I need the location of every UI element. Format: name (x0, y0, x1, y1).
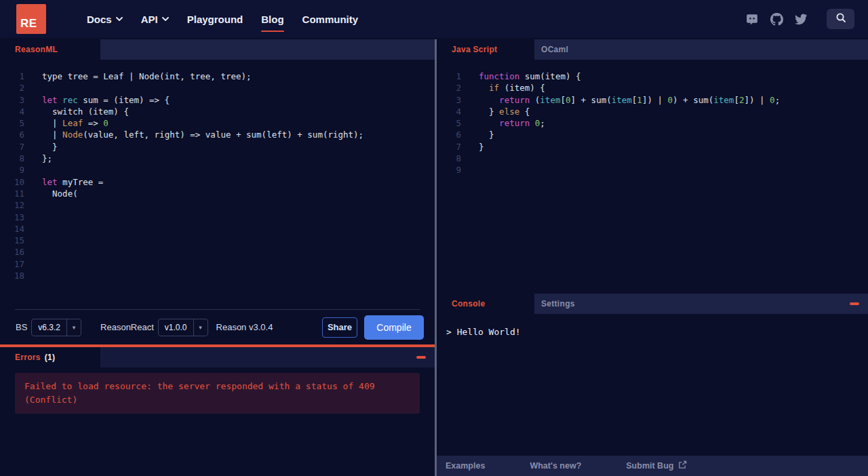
line-number: 6 (437, 129, 461, 140)
nav-links: Docs API Playground Blog Community (87, 9, 358, 29)
nav-link-docs[interactable]: Docs (87, 9, 123, 29)
line-number: 14 (0, 223, 24, 235)
console-output: > Hello World! (437, 314, 868, 456)
line-number: 2 (0, 82, 24, 94)
reasonreact-version-select[interactable]: v1.0.0 ▾ (158, 319, 208, 336)
line-number: 1 (437, 71, 461, 82)
compile-button[interactable]: Compile (364, 315, 424, 340)
code-line: 16 (0, 246, 435, 258)
code-line: 13 (0, 212, 435, 223)
reason-version-text: Reason v3.0.4 (216, 322, 273, 332)
line-number: 16 (0, 246, 24, 258)
discord-icon[interactable] (745, 12, 759, 26)
reasonreact-label: ReasonReact (100, 322, 154, 332)
nav-link-playground[interactable]: Playground (187, 9, 243, 29)
line-number: 3 (0, 94, 24, 106)
line-number: 13 (0, 212, 24, 223)
javascript-output-editor[interactable]: 1function sum(item) {2 if (item) {3 retu… (437, 60, 868, 294)
line-number: 4 (437, 106, 461, 117)
console-tabstrip: Console Settings (437, 294, 868, 314)
output-pane: Java Script OCaml 1function sum(item) {2… (437, 39, 868, 476)
nav-link-blog[interactable]: Blog (261, 9, 283, 29)
tab-javascript[interactable]: Java Script (437, 39, 534, 60)
github-icon[interactable] (770, 12, 783, 26)
errors-count-badge: (1) (45, 353, 56, 362)
select-caret-icon: ▾ (66, 319, 81, 336)
code-line: 12 (0, 199, 435, 211)
line-number: 6 (0, 129, 24, 140)
nav-link-api[interactable]: API (141, 9, 169, 29)
nav-social-icons (745, 9, 854, 29)
code-line: 17 (0, 258, 435, 270)
line-number: 8 (437, 153, 461, 164)
reason-pane: ReasonML 1type tree = Leaf | Node(int, t… (0, 39, 435, 476)
errors-tabstrip: Errors (1) (0, 347, 435, 368)
code-line: 4 } else { (437, 106, 868, 117)
line-number: 8 (0, 153, 24, 164)
nav-link-community[interactable]: Community (302, 9, 359, 29)
collapse-console-button[interactable] (850, 302, 859, 305)
line-number: 18 (0, 270, 24, 281)
code-line: 10let myTree = (0, 176, 435, 188)
external-link-icon (678, 460, 687, 471)
footer-examples[interactable]: Examples (446, 461, 485, 471)
code-line: 9 (0, 164, 435, 176)
line-number: 2 (437, 82, 461, 94)
reason-editor[interactable]: 1type tree = Leaf | Node(int, tree, tree… (0, 60, 435, 309)
reason-logo-text: RE (16, 17, 37, 34)
error-message: Failed to load resource: the server resp… (15, 373, 420, 414)
code-line: 1type tree = Leaf | Node(int, tree, tree… (0, 71, 435, 82)
line-number: 10 (0, 176, 24, 188)
code-line: 3 return (item[0] + sum(item[1]) | 0) + … (437, 94, 868, 106)
line-number: 5 (0, 117, 24, 129)
line-number: 9 (0, 164, 24, 176)
tab-console[interactable]: Console (437, 294, 534, 314)
tab-reasonml[interactable]: ReasonML (0, 39, 100, 60)
reason-logo[interactable]: RE (16, 4, 46, 34)
line-number: 5 (437, 117, 461, 129)
code-line: 2 (0, 82, 435, 94)
code-line: 4 switch (item) { (0, 106, 435, 117)
line-number: 9 (437, 164, 461, 176)
line-number: 12 (0, 199, 24, 211)
code-line: 5 | Leaf => 0 (0, 117, 435, 129)
code-line: 3let rec sum = (item) => { (0, 94, 435, 106)
tab-ocaml[interactable]: OCaml (534, 39, 568, 60)
code-line: 18 (0, 270, 435, 281)
code-line: 8 (437, 153, 868, 164)
code-line: 7} (437, 141, 868, 153)
line-number: 17 (0, 258, 24, 270)
code-line: 1function sum(item) { (437, 71, 868, 82)
code-line: 14 (0, 223, 435, 235)
search-button[interactable] (827, 9, 854, 29)
reason-tabstrip: ReasonML (0, 39, 435, 60)
code-line: 11 Node( (0, 188, 435, 199)
code-line: 6 } (437, 129, 868, 140)
collapse-errors-button[interactable] (416, 356, 426, 359)
workspace: ReasonML 1type tree = Leaf | Node(int, t… (0, 38, 868, 476)
code-line: 7 } (0, 141, 435, 153)
line-number: 1 (0, 71, 24, 82)
line-number: 15 (0, 235, 24, 246)
twitter-icon[interactable] (794, 12, 808, 26)
tab-errors[interactable]: Errors (1) (0, 347, 100, 368)
bs-label: BS (16, 322, 27, 332)
line-number: 7 (437, 141, 461, 153)
footer-submit-bug[interactable]: Submit Bug (626, 460, 687, 471)
line-number: 11 (0, 188, 24, 199)
code-line: 2 if (item) { (437, 82, 868, 94)
code-line: 5 return 0; (437, 117, 868, 129)
playground-footer: Examples What's new? Submit Bug (437, 456, 868, 476)
tab-settings[interactable]: Settings (534, 294, 575, 314)
top-nav: RE Docs API Playground Blog Community (0, 0, 868, 38)
footer-whats-new[interactable]: What's new? (530, 461, 581, 471)
code-line: 15 (0, 235, 435, 246)
share-button[interactable]: Share (322, 317, 357, 338)
output-tabstrip: Java Script OCaml (437, 39, 868, 60)
line-number: 3 (437, 94, 461, 106)
bs-version-select[interactable]: v6.3.2 ▾ (31, 319, 81, 336)
code-line: 8}; (0, 153, 435, 164)
chevron-down-icon (116, 17, 123, 21)
code-line: 9 (437, 164, 868, 176)
select-caret-icon: ▾ (193, 319, 208, 336)
